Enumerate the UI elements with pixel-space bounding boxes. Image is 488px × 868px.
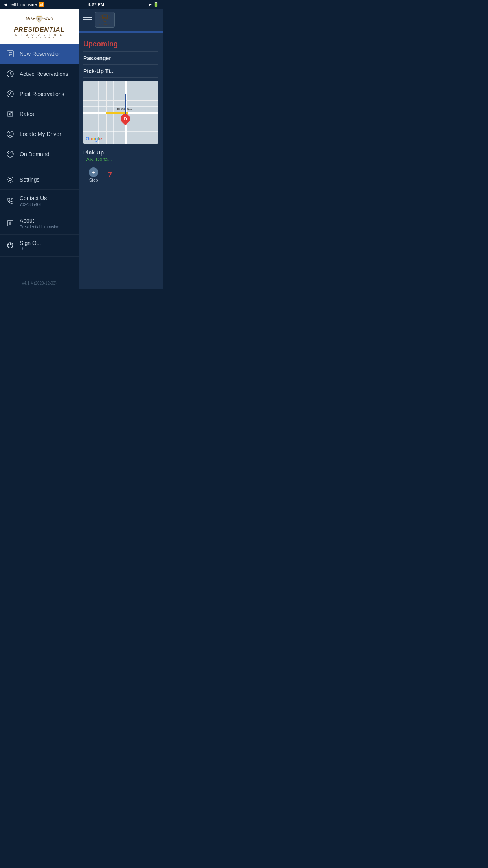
hamburger-button[interactable] bbox=[83, 17, 92, 22]
location-icon: ➤ bbox=[148, 2, 152, 7]
sign-out-label-group: Sign Out r h bbox=[20, 240, 41, 252]
rates-label: Rates bbox=[20, 111, 34, 118]
settings-icon bbox=[6, 175, 15, 184]
battery-icon: 🔋 bbox=[153, 2, 159, 7]
logo-text-presidential: PRESIDENTIAL bbox=[14, 26, 64, 33]
contact-phone: 7024385466 bbox=[20, 202, 47, 207]
google-watermark: Google bbox=[86, 136, 102, 142]
version-text: v4.1.4 (2020-12-03) bbox=[0, 277, 79, 289]
map-grid: Bruce W... bbox=[83, 81, 158, 144]
main-layout: PL PRESIDENTIAL L I M O U S I N E L A S … bbox=[0, 9, 163, 289]
right-header: PL PRESID... bbox=[79, 9, 163, 31]
carrier-name: Bell Limousine bbox=[9, 2, 37, 7]
right-logo-small: PL PRESID... bbox=[95, 12, 115, 28]
stop-button[interactable]: + Stop bbox=[83, 165, 104, 185]
map-marker: D bbox=[121, 114, 130, 125]
sidebar-item-new-reservation[interactable]: New Reservation bbox=[0, 44, 79, 64]
sidebar-item-past-reservations[interactable]: Past Reservations bbox=[0, 84, 79, 104]
about-sublabel: Presidential Limousine bbox=[20, 225, 59, 229]
on-demand-icon bbox=[6, 149, 15, 159]
locate-driver-icon bbox=[6, 129, 15, 139]
back-arrow: ◀ bbox=[4, 2, 7, 7]
svg-point-12 bbox=[9, 132, 11, 134]
sidebar-item-sign-out[interactable]: Sign Out r h bbox=[0, 235, 79, 257]
svg-text:PL: PL bbox=[103, 17, 107, 19]
pickup-location: LAS, Delta... bbox=[83, 156, 158, 162]
sidebar-item-on-demand[interactable]: On Demand bbox=[0, 144, 79, 164]
locate-driver-label: Locate My Driver bbox=[20, 131, 61, 138]
on-demand-label: On Demand bbox=[20, 151, 49, 158]
new-reservation-icon bbox=[6, 49, 15, 59]
contact-label-group: Contact Us 7024385466 bbox=[20, 195, 47, 207]
contact-icon bbox=[6, 196, 15, 206]
sidebar-item-settings[interactable]: Settings bbox=[0, 170, 79, 190]
right-content: Upcoming Passenger Pick-Up Ti... bbox=[79, 33, 163, 189]
sign-out-icon bbox=[6, 241, 15, 250]
svg-text:PRESID...: PRESID... bbox=[99, 23, 110, 25]
pickup-label: Pick-Up bbox=[83, 147, 158, 156]
stop-icon: + bbox=[89, 167, 98, 177]
logo-text-lasvegas: L A S V E G A S bbox=[24, 36, 55, 39]
about-icon: i bbox=[6, 219, 15, 228]
status-left: ◀ Bell Limousine 📶 bbox=[4, 2, 44, 7]
pickup-time-row: Pick-Up Ti... bbox=[83, 65, 158, 78]
status-bar: ◀ Bell Limousine 📶 4:27 PM ➤ 🔋 bbox=[0, 0, 163, 9]
logo-text-limousine: L I M O U S I N E bbox=[15, 33, 63, 36]
sign-out-label: Sign Out bbox=[20, 240, 41, 246]
passenger-row: Passenger bbox=[83, 52, 158, 65]
svg-line-7 bbox=[10, 74, 12, 75]
contact-label: Contact Us bbox=[20, 195, 47, 201]
sidebar-item-locate-driver[interactable]: Locate My Driver bbox=[0, 124, 79, 144]
sidebar: PL PRESIDENTIAL L I M O U S I N E L A S … bbox=[0, 9, 79, 289]
status-right: ➤ 🔋 bbox=[148, 2, 159, 7]
logo-wings-svg: PL bbox=[24, 15, 55, 26]
bottom-action-bar: + Stop 7 bbox=[83, 165, 158, 185]
about-label: About bbox=[20, 217, 34, 224]
sidebar-item-rates[interactable]: $ Rates bbox=[0, 104, 79, 124]
new-reservation-label: New Reservation bbox=[20, 51, 62, 57]
active-reservations-icon bbox=[6, 69, 15, 79]
active-reservations-label: Active Reservations bbox=[20, 71, 68, 77]
settings-label: Settings bbox=[20, 177, 40, 183]
sign-out-sublabel: r h bbox=[20, 247, 41, 251]
past-reservations-label: Past Reservations bbox=[20, 91, 64, 97]
svg-text:i: i bbox=[10, 220, 10, 223]
stop-label: Stop bbox=[89, 178, 98, 182]
svg-text:PL: PL bbox=[38, 18, 41, 20]
upcoming-label: Upcoming bbox=[83, 37, 158, 52]
about-label-group: About Presidential Limousine bbox=[20, 217, 59, 229]
sidebar-item-about[interactable]: i About Presidential Limousine bbox=[0, 212, 79, 235]
wifi-icon: 📶 bbox=[39, 2, 44, 7]
sidebar-item-contact-us[interactable]: Contact Us 7024385466 bbox=[0, 190, 79, 212]
map-area: Bruce W... D Google bbox=[83, 81, 158, 144]
right-panel: PL PRESID... Upcoming Passenger Pick-Up … bbox=[79, 9, 163, 289]
sidebar-item-active-reservations[interactable]: Active Reservations bbox=[0, 64, 79, 84]
red-number: 7 bbox=[104, 165, 116, 185]
svg-point-15 bbox=[9, 178, 11, 181]
rates-icon: $ bbox=[6, 109, 15, 119]
past-reservations-icon bbox=[6, 89, 15, 99]
logo-area: PL PRESIDENTIAL L I M O U S I N E L A S … bbox=[0, 9, 79, 44]
logo-box: PL PRESIDENTIAL L I M O U S I N E L A S … bbox=[14, 15, 64, 39]
status-time: 4:27 PM bbox=[88, 2, 104, 7]
